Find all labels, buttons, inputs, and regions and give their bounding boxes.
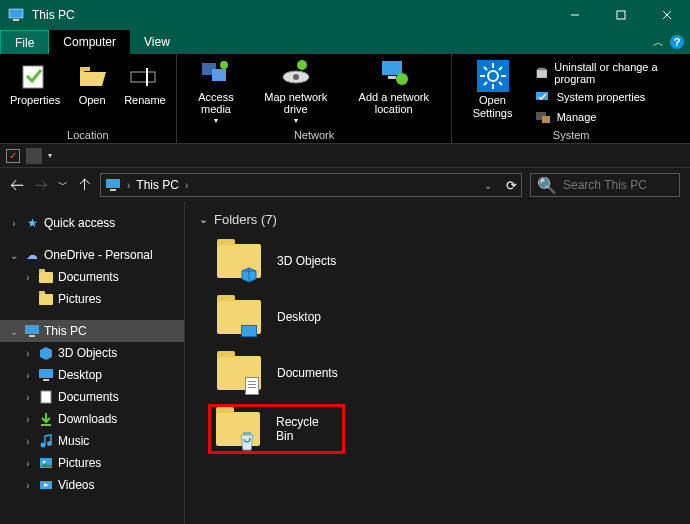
close-button[interactable] <box>644 0 690 30</box>
svg-point-44 <box>47 441 52 446</box>
breadcrumb-sep-icon[interactable]: › <box>185 180 188 191</box>
explorer-body: › ★ Quick access ⌄ ☁ OneDrive - Personal… <box>0 202 690 524</box>
music-icon <box>38 433 54 449</box>
nav-history-dropdown-icon[interactable]: ﹀ <box>58 178 68 192</box>
add-network-location-button[interactable]: Add a network location <box>342 55 445 118</box>
collapse-icon[interactable]: ⌄ <box>8 326 20 337</box>
nav-up-button[interactable]: 🡡 <box>78 177 92 193</box>
svg-point-12 <box>220 61 228 69</box>
folder-desktop[interactable]: Desktop <box>209 293 379 341</box>
folder-3d-objects[interactable]: 3D Objects <box>209 237 379 285</box>
tree-music[interactable]: ›Music <box>0 430 184 452</box>
open-settings-button[interactable]: Open Settings <box>458 58 526 121</box>
svg-rect-11 <box>212 69 226 81</box>
tab-file[interactable]: File <box>0 30 49 54</box>
folder-icon <box>38 269 54 285</box>
downloads-icon <box>38 411 54 427</box>
tree-this-pc[interactable]: ⌄ This PC <box>0 320 184 342</box>
star-icon: ★ <box>24 215 40 231</box>
folder-documents-icon <box>215 353 263 393</box>
expand-icon[interactable]: › <box>22 480 34 491</box>
file-explorer-window: This PC File Computer View ︿ ? Propertie… <box>0 0 690 524</box>
manage-button[interactable]: Manage <box>531 108 684 126</box>
svg-rect-29 <box>536 70 546 79</box>
expand-icon[interactable]: › <box>22 272 34 283</box>
tab-computer[interactable]: Computer <box>49 30 130 54</box>
desktop-icon <box>38 367 54 383</box>
expand-icon[interactable]: › <box>22 458 34 469</box>
help-icon[interactable]: ? <box>670 35 684 49</box>
minimize-button[interactable] <box>552 0 598 30</box>
nav-forward-button[interactable]: 🡢 <box>34 177 48 193</box>
expand-icon[interactable]: › <box>22 414 34 425</box>
tree-desktop[interactable]: ›Desktop <box>0 364 184 386</box>
address-bar-row: 🡠 🡢 ﹀ 🡡 › This PC › ⌄ ⟳ 🔍 <box>0 168 690 202</box>
map-drive-button[interactable]: Map network drive▾ <box>253 55 338 127</box>
manage-icon <box>535 109 551 125</box>
folder-recycle-bin[interactable]: Recycle Bin <box>209 405 344 453</box>
rename-button[interactable]: Rename <box>120 58 170 109</box>
add-network-location-icon <box>378 57 410 89</box>
address-bar[interactable]: › This PC › ⌄ ⟳ <box>100 173 522 197</box>
svg-rect-0 <box>9 9 23 18</box>
refresh-button[interactable]: ⟳ <box>506 178 517 193</box>
videos-icon <box>38 477 54 493</box>
svg-point-18 <box>396 73 408 85</box>
svg-rect-36 <box>25 325 39 334</box>
tree-onedrive[interactable]: ⌄ ☁ OneDrive - Personal <box>0 244 184 266</box>
qat-item[interactable] <box>26 148 42 164</box>
nav-back-button[interactable]: 🡠 <box>10 177 24 193</box>
folders-section-header[interactable]: ⌄ Folders (7) <box>199 212 676 227</box>
ribbon-collapse-caret-icon[interactable]: ︿ <box>653 35 664 50</box>
titlebar[interactable]: This PC <box>0 0 690 30</box>
this-pc-icon <box>105 177 121 193</box>
qat-dropdown-icon[interactable]: ▾ <box>48 151 52 160</box>
tab-view[interactable]: View <box>130 30 184 54</box>
svg-rect-33 <box>542 116 550 123</box>
dropdown-caret-icon: ▾ <box>187 116 246 125</box>
content-pane: ⌄ Folders (7) 3D Objects Desktop Documen… <box>185 202 690 524</box>
properties-button[interactable]: Properties <box>6 58 64 109</box>
open-button[interactable]: Open <box>68 58 116 109</box>
breadcrumb-sep-icon[interactable]: › <box>127 180 130 191</box>
open-icon <box>76 60 108 92</box>
window-title: This PC <box>32 8 552 22</box>
tree-documents[interactable]: ›Documents <box>0 386 184 408</box>
folder-icon <box>38 291 54 307</box>
svg-rect-40 <box>43 379 49 381</box>
breadcrumb-this-pc[interactable]: This PC <box>136 178 179 192</box>
svg-rect-30 <box>538 68 545 71</box>
uninstall-button[interactable]: Uninstall or change a program <box>531 60 684 86</box>
properties-icon <box>19 60 51 92</box>
tree-3d-objects[interactable]: ›3D Objects <box>0 342 184 364</box>
tree-quick-access[interactable]: › ★ Quick access <box>0 212 184 234</box>
expand-icon[interactable]: › <box>22 392 34 403</box>
svg-rect-1 <box>13 19 19 21</box>
address-dropdown-icon[interactable]: ⌄ <box>484 180 492 191</box>
expand-icon[interactable]: › <box>8 218 20 229</box>
tree-pictures[interactable]: ›Pictures <box>0 452 184 474</box>
svg-rect-52 <box>243 432 251 435</box>
access-media-button[interactable]: Access media▾ <box>183 55 250 127</box>
system-properties-button[interactable]: System properties <box>531 88 684 106</box>
folder-documents[interactable]: Documents <box>209 349 379 397</box>
maximize-button[interactable] <box>598 0 644 30</box>
quick-access-toolbar: ✓ ▾ <box>0 144 690 168</box>
rename-icon <box>129 60 161 92</box>
qat-checkbox[interactable]: ✓ <box>6 149 20 163</box>
settings-gear-icon <box>477 60 509 92</box>
search-box[interactable]: 🔍 <box>530 173 680 197</box>
tree-videos[interactable]: ›Videos <box>0 474 184 496</box>
svg-point-15 <box>297 60 307 70</box>
tree-downloads[interactable]: ›Downloads <box>0 408 184 430</box>
collapse-icon[interactable]: ⌄ <box>8 250 20 261</box>
expand-icon[interactable]: › <box>22 370 34 381</box>
tree-onedrive-pictures[interactable]: Pictures <box>0 288 184 310</box>
expand-icon[interactable]: › <box>22 436 34 447</box>
search-input[interactable] <box>563 178 673 192</box>
pictures-icon <box>38 455 54 471</box>
ribbon-group-location: Properties Open Rename Location <box>0 54 177 143</box>
expand-icon[interactable]: › <box>22 348 34 359</box>
tree-onedrive-documents[interactable]: ›Documents <box>0 266 184 288</box>
chevron-down-icon: ⌄ <box>199 213 208 226</box>
